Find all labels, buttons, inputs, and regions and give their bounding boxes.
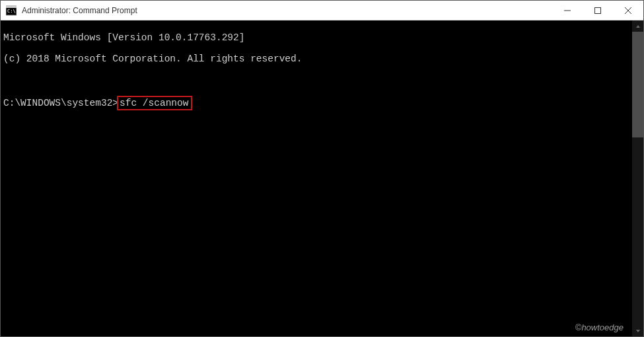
svg-text:C:\: C:\ [7, 9, 16, 14]
maximize-button[interactable] [583, 1, 613, 20]
svg-rect-4 [595, 7, 601, 13]
svg-rect-1 [6, 6, 17, 8]
command-prompt-window: C:\ Administrator: Command Prompt Micros… [0, 0, 644, 337]
svg-marker-7 [636, 25, 640, 28]
scroll-track[interactable] [632, 32, 643, 325]
watermark-text: ©howtoedge [575, 322, 624, 332]
terminal-content[interactable]: Microsoft Windows [Version 10.0.17763.29… [1, 20, 632, 336]
window-controls [552, 1, 643, 20]
close-button[interactable] [613, 1, 643, 20]
scroll-thumb[interactable] [632, 32, 643, 137]
app-icon: C:\ [6, 5, 17, 16]
scroll-up-arrow-icon[interactable] [632, 20, 643, 32]
window-title: Administrator: Command Prompt [22, 6, 552, 15]
terminal-blank-line [3, 75, 629, 85]
command-highlight: sfc /scannow [117, 96, 192, 110]
minimize-button[interactable] [552, 1, 583, 20]
terminal-area[interactable]: Microsoft Windows [Version 10.0.17763.29… [1, 20, 643, 336]
terminal-prompt: C:\WINDOWS\system32> [3, 98, 118, 108]
vertical-scrollbar[interactable] [632, 20, 643, 336]
titlebar[interactable]: C:\ Administrator: Command Prompt [1, 1, 643, 20]
svg-marker-8 [636, 330, 640, 332]
terminal-command: sfc /scannow [120, 98, 188, 108]
terminal-output-line: Microsoft Windows [Version 10.0.17763.29… [3, 32, 629, 43]
terminal-output-line: (c) 2018 Microsoft Corporation. All righ… [3, 54, 629, 64]
scroll-down-arrow-icon[interactable] [632, 325, 643, 336]
